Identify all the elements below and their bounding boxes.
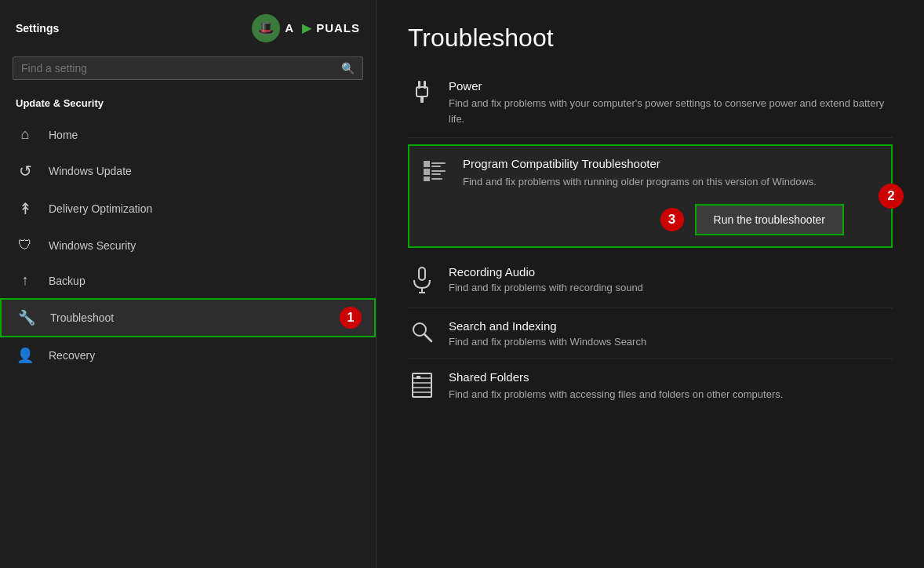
sidebar-item-windows-security[interactable]: 🛡 Windows Security <box>0 228 376 263</box>
program-compatibility-title: Program Compatibility Troubleshooter <box>463 157 817 170</box>
home-icon: ⌂ <box>16 126 35 143</box>
svg-rect-10 <box>431 173 441 175</box>
power-item-title: Power <box>449 79 893 93</box>
refresh-icon: ↺ <box>16 162 35 180</box>
svg-rect-9 <box>431 170 446 172</box>
page-title: Troubleshoot <box>408 24 893 53</box>
compatibility-icon <box>422 158 450 187</box>
logo-text: A ▶ PUALS <box>285 21 360 35</box>
step-badge-2: 2 <box>879 184 904 209</box>
search-icon: 🔍 <box>341 62 355 75</box>
sidebar-item-recovery[interactable]: 👤 Recovery <box>0 337 376 373</box>
search-indexing-icon <box>408 321 436 346</box>
shared-folders-desc: Find and fix problems with accessing fil… <box>449 387 783 402</box>
sidebar-item-backup[interactable]: ↑ Backup <box>0 263 376 298</box>
recording-audio-desc: Find and fix problems with recording sou… <box>449 282 643 293</box>
search-indexing-item[interactable]: Search and Indexing Find and fix problem… <box>408 308 893 359</box>
svg-rect-22 <box>417 376 420 379</box>
program-compatibility-content: Program Compatibility Troubleshooter Fin… <box>463 157 817 190</box>
program-compatibility-header: Program Compatibility Troubleshooter Fin… <box>409 146 891 201</box>
step-badge-1: 1 <box>340 307 362 329</box>
svg-rect-17 <box>413 373 431 397</box>
search-indexing-content: Search and Indexing Find and fix problem… <box>449 319 646 348</box>
delivery-icon: ↟ <box>16 199 35 218</box>
search-indexing-desc: Find and fix problems with Windows Searc… <box>449 336 646 348</box>
svg-rect-3 <box>420 96 424 103</box>
recording-audio-content: Recording Audio Find and fix problems wi… <box>449 265 643 293</box>
power-item-desc: Find and fix problems with your computer… <box>449 96 893 126</box>
svg-rect-7 <box>431 162 446 164</box>
svg-rect-11 <box>431 178 442 180</box>
search-input[interactable] <box>21 62 341 75</box>
svg-line-16 <box>424 334 431 341</box>
svg-rect-5 <box>424 169 430 175</box>
program-compatibility-desc: Find and fix problems with running older… <box>463 174 817 190</box>
program-compatibility-block[interactable]: Program Compatibility Troubleshooter Fin… <box>408 144 893 248</box>
power-icon <box>408 81 436 109</box>
sidebar-item-delivery-optimization[interactable]: ↟ Delivery Optimization <box>0 190 376 228</box>
svg-rect-12 <box>419 268 425 280</box>
power-item[interactable]: Power Find and fix problems with your co… <box>408 68 893 138</box>
shared-folders-title: Shared Folders <box>449 370 783 384</box>
sidebar-item-windows-update[interactable]: ↺ Windows Update <box>0 152 376 190</box>
sidebar-item-label: Home <box>49 129 78 141</box>
power-item-content: Power Find and fix problems with your co… <box>449 79 893 126</box>
sidebar-title: Settings <box>16 22 59 35</box>
recording-audio-item[interactable]: Recording Audio Find and fix problems wi… <box>408 254 893 308</box>
logo-area: 🎩 A ▶ PUALS <box>252 14 360 42</box>
sidebar: Settings 🎩 A ▶ PUALS 🔍 Update & Security… <box>0 0 377 568</box>
sidebar-item-troubleshoot[interactable]: 🔧 Troubleshoot 1 <box>0 298 376 337</box>
shared-folders-icon <box>408 372 436 402</box>
main-content: Troubleshoot Power Find and fix problems… <box>377 0 924 568</box>
run-button-row: 3 Run the troubleshooter <box>409 201 891 246</box>
shared-folders-content: Shared Folders Find and fix problems wit… <box>449 370 783 402</box>
shared-folders-item[interactable]: Shared Folders Find and fix problems wit… <box>408 359 893 413</box>
nav-list: ⌂ Home ↺ Windows Update ↟ Delivery Optim… <box>0 117 376 373</box>
search-box[interactable]: 🔍 <box>13 56 363 80</box>
logo-icon: 🎩 <box>252 14 280 42</box>
sidebar-item-label: Recovery <box>49 349 95 362</box>
run-troubleshooter-button[interactable]: Run the troubleshooter <box>695 204 844 235</box>
microphone-icon <box>408 267 436 297</box>
recording-audio-title: Recording Audio <box>449 265 643 279</box>
step-badge-3: 3 <box>660 208 684 231</box>
sidebar-item-label: Windows Security <box>49 239 136 252</box>
search-indexing-title: Search and Indexing <box>449 319 646 333</box>
sidebar-item-label: Delivery Optimization <box>49 202 152 215</box>
section-label: Update & Security <box>0 93 376 117</box>
sidebar-header: Settings 🎩 A ▶ PUALS <box>0 0 376 50</box>
sidebar-item-label: Backup <box>49 275 85 287</box>
backup-icon: ↑ <box>16 272 35 289</box>
sidebar-item-label: Windows Update <box>49 165 132 177</box>
wrench-icon: 🔧 <box>17 309 36 326</box>
svg-rect-8 <box>431 166 441 167</box>
shield-icon: 🛡 <box>16 237 35 253</box>
sidebar-item-home[interactable]: ⌂ Home <box>0 117 376 152</box>
recovery-icon: 👤 <box>16 347 35 364</box>
svg-rect-6 <box>424 177 430 181</box>
sidebar-item-label: Troubleshoot <box>50 311 114 324</box>
svg-rect-2 <box>417 87 427 96</box>
svg-rect-4 <box>424 161 430 167</box>
